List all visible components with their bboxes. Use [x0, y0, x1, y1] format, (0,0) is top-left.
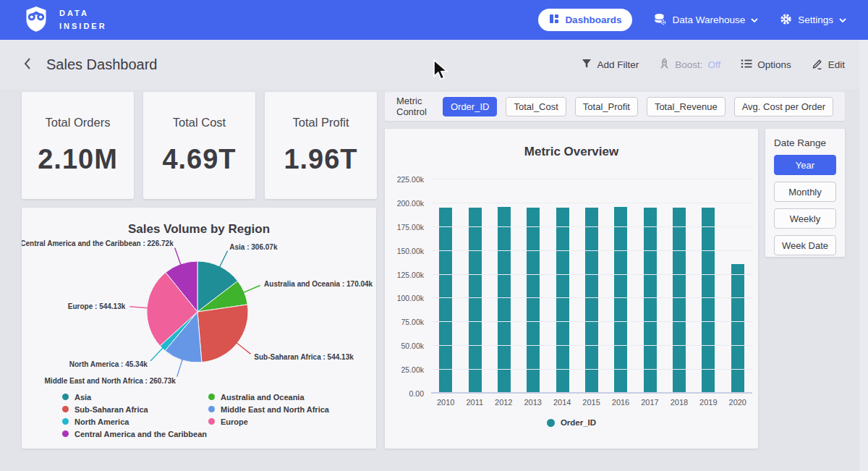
funnel-icon	[582, 59, 592, 71]
y-tick-label: 200.00k	[397, 199, 424, 208]
bar-2018[interactable]	[673, 208, 686, 394]
brand[interactable]: DATA INSIDER	[22, 4, 107, 36]
legend-label: Europe	[221, 417, 248, 426]
date-range-card: Date Range Year Monthly Weekly Week Date	[765, 129, 845, 257]
date-range-year-button[interactable]: Year	[774, 155, 836, 175]
pie-legend: AsiaSub-Saharan AfricaNorth AmericaCentr…	[62, 391, 329, 440]
legend-dot	[62, 406, 69, 412]
gridline	[431, 226, 752, 227]
metric-button-total-cost[interactable]: Total_Cost	[506, 97, 566, 116]
pie-label: Europe : 544.13k	[68, 302, 126, 310]
bar-2016[interactable]	[614, 207, 627, 394]
gridline	[431, 345, 752, 346]
dashboards-button[interactable]: Dashboards	[538, 9, 632, 31]
x-tick-label: 2011	[466, 398, 483, 407]
pie-chart: Asia : 306.07kAustralia and Oceania : 17…	[22, 238, 376, 391]
pie-label: Middle East and North Africa : 260.73k	[45, 377, 176, 385]
legend-item-central-america-and-the-caribbean[interactable]: Central America and the Caribbean	[62, 428, 208, 440]
edit-label: Edit	[828, 59, 845, 70]
chevron-left-icon	[23, 57, 32, 72]
database-icon	[654, 13, 666, 27]
chevron-down-icon	[839, 14, 846, 25]
metric-overview-card: Metric Overview 0.0025.00k50.00k75.00k10…	[385, 129, 758, 449]
kpi-value: 4.69T	[162, 144, 236, 175]
pie-chart-title: Sales Volume by Region	[22, 222, 376, 237]
x-tick-label: 2013	[524, 398, 541, 407]
gridline	[431, 250, 752, 251]
legend-dot	[62, 418, 69, 425]
pencil-icon	[812, 58, 823, 72]
y-tick-label: 25.00k	[401, 365, 424, 374]
settings-menu[interactable]: Settings	[780, 13, 846, 27]
y-tick-label: 0.00	[409, 389, 424, 398]
metric-button-total-revenue[interactable]: Total_Revenue	[647, 97, 726, 116]
boost-state: Off	[707, 59, 720, 70]
options-button[interactable]: Options	[741, 59, 791, 71]
pie-slice-sub-saharan-africa[interactable]	[197, 305, 248, 362]
legend-label: Asia	[75, 393, 91, 402]
metric-button-total-profit[interactable]: Total_Profit	[575, 97, 638, 116]
pie-leader-line	[150, 347, 163, 361]
metric-button-order-id[interactable]: Order_ID	[443, 97, 497, 116]
legend-item-australia-and-oceania[interactable]: Australia and Oceania	[208, 391, 329, 403]
pie-leader-line	[243, 286, 260, 293]
legend-item-middle-east-and-north-africa[interactable]: Middle East and North Africa	[208, 403, 329, 415]
bar-chart-title: Metric Overview	[385, 145, 758, 159]
bar-2020[interactable]	[731, 264, 744, 394]
bar-chart-legend[interactable]: Order_ID	[385, 418, 758, 427]
brand-line2: INSIDER	[59, 20, 107, 33]
bar-2013[interactable]	[527, 208, 540, 394]
date-range-week-date-button[interactable]: Week Date	[774, 235, 836, 255]
bar-legend-label: Order_ID	[561, 418, 596, 427]
metric-control-bar: Metric Control Order_ID Total_Cost Total…	[385, 92, 845, 121]
bar-2019[interactable]	[702, 208, 715, 394]
x-tick-label: 2010	[437, 398, 454, 407]
y-tick-label: 125.00k	[397, 271, 424, 279]
legend-item-asia[interactable]: Asia	[62, 391, 208, 403]
gridline	[431, 203, 752, 203]
legend-item-sub-saharan-africa[interactable]: Sub-Saharan Africa	[62, 403, 208, 415]
pie-label: Central America and the Caribbean : 226.…	[22, 239, 174, 247]
y-tick-label: 150.00k	[397, 247, 424, 255]
legend-dot	[208, 406, 215, 412]
chevron-down-icon	[751, 14, 758, 25]
x-tick-label: 2012	[495, 398, 512, 407]
kpi-label: Total Cost	[173, 116, 226, 130]
bar-legend-dot	[547, 419, 555, 427]
legend-label: Sub-Saharan Africa	[75, 405, 148, 414]
bar-2015[interactable]	[585, 208, 598, 394]
legend-dot	[208, 394, 215, 400]
data-warehouse-menu[interactable]: Data Warehouse	[654, 13, 758, 27]
bar-chart-x-axis: 2010201120122013201420152016201720182019…	[431, 398, 752, 407]
date-range-weekly-button[interactable]: Weekly	[774, 208, 836, 229]
legend-item-europe[interactable]: Europe	[208, 415, 329, 428]
bar-2012[interactable]	[498, 207, 511, 394]
pie-leader-line	[175, 247, 182, 266]
gear-icon	[780, 13, 792, 27]
kpi-value: 1.96T	[284, 144, 357, 175]
add-filter-button[interactable]: Add Filter	[582, 59, 639, 71]
pie-leader-line	[129, 307, 148, 308]
boost-toggle[interactable]: Boost: Off	[659, 58, 720, 72]
x-tick-label: 2015	[582, 398, 600, 407]
scrollbar-track[interactable]	[859, 40, 868, 471]
legend-item-north-america[interactable]: North America	[62, 415, 208, 428]
bar-chart-plot: 0.0025.00k50.00k75.00k100.00k125.00k150.…	[431, 179, 752, 394]
bar-2017[interactable]	[644, 208, 657, 394]
bar-2014[interactable]	[556, 208, 569, 394]
dashboard-grid-icon	[549, 14, 559, 26]
x-tick-label: 2017	[641, 398, 658, 407]
back-button[interactable]	[23, 57, 32, 72]
boost-label: Boost:	[675, 59, 702, 70]
x-tick-label: 2014	[553, 398, 571, 407]
gridline	[431, 369, 752, 370]
edit-button[interactable]: Edit	[812, 58, 845, 72]
metric-button-avg-cost-per-order[interactable]: Avg. Cost per Order	[734, 97, 833, 116]
dashboards-label: Dashboards	[565, 14, 621, 25]
kpi-label: Total Orders	[46, 116, 111, 130]
kpi-value: 2.10M	[38, 144, 118, 175]
bar-2011[interactable]	[469, 208, 482, 394]
nav-menu: Dashboards Data Warehouse	[538, 9, 846, 31]
date-range-monthly-button[interactable]: Monthly	[774, 182, 836, 202]
bar-2010[interactable]	[439, 208, 452, 394]
